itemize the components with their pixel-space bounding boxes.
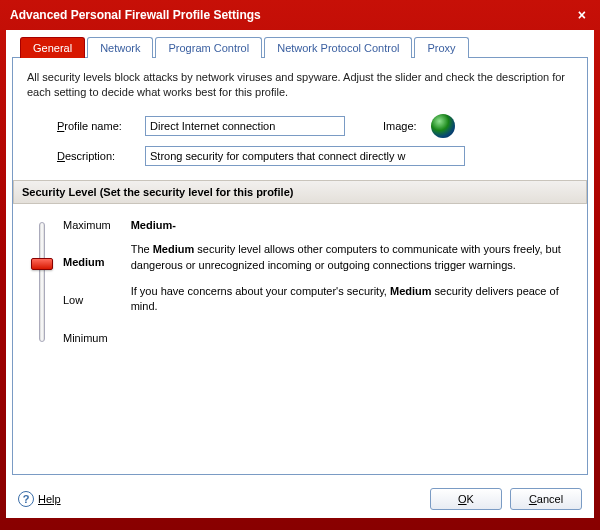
help-label: Help [38,493,61,505]
tab-proxy[interactable]: Proxy [414,37,468,58]
slider-label-low: Low [63,295,111,306]
profile-name-input[interactable] [145,116,345,136]
slider-labels: Maximum Medium Low Minimum [63,218,111,344]
tab-panel-general: All security levels block attacks by net… [12,57,588,475]
security-level-header: Security Level (Set the security level f… [13,180,587,204]
slider-track [39,222,45,342]
level-title: Medium- [131,218,567,234]
description-input[interactable] [145,146,465,166]
level-description: Medium- The Medium security level allows… [131,218,567,348]
description-row: Description: [27,146,573,166]
ok-button[interactable]: OK [430,488,502,510]
globe-icon[interactable] [431,114,455,138]
slider-label-minimum: Minimum [63,333,111,344]
tab-network-protocol-control[interactable]: Network Protocol Control [264,37,412,58]
help-icon: ? [18,491,34,507]
security-level-body: Maximum Medium Low Minimum Medium- The M… [27,218,573,348]
tab-program-control[interactable]: Program Control [155,37,262,58]
intro-text: All security levels block attacks by net… [27,70,573,100]
tab-network[interactable]: Network [87,37,153,58]
level-paragraph-1: The Medium security level allows other c… [131,242,567,274]
dialog-window: Advanced Personal Firewall Profile Setti… [0,0,600,530]
slider-label-medium: Medium [63,257,111,268]
slider-label-maximum: Maximum [63,220,111,231]
slider-thumb[interactable] [31,258,53,270]
tab-general[interactable]: General [20,37,85,58]
tab-row: General Network Program Control Network … [20,36,588,57]
security-slider[interactable] [33,218,51,348]
slider-column: Maximum Medium Low Minimum [33,218,111,348]
window-body: General Network Program Control Network … [6,30,594,518]
titlebar[interactable]: Advanced Personal Firewall Profile Setti… [0,0,600,30]
profile-name-row: Profile name: Image: [27,114,573,138]
help-link[interactable]: ? Help [18,491,61,507]
button-row: ? Help OK Cancel [18,488,582,510]
window-title: Advanced Personal Firewall Profile Setti… [10,8,574,22]
profile-name-label: Profile name: [57,120,137,132]
level-paragraph-2: If you have concerns about your computer… [131,284,567,316]
image-label: Image: [383,120,417,132]
close-icon[interactable]: × [574,7,590,23]
description-label: Description: [57,150,137,162]
cancel-button[interactable]: Cancel [510,488,582,510]
